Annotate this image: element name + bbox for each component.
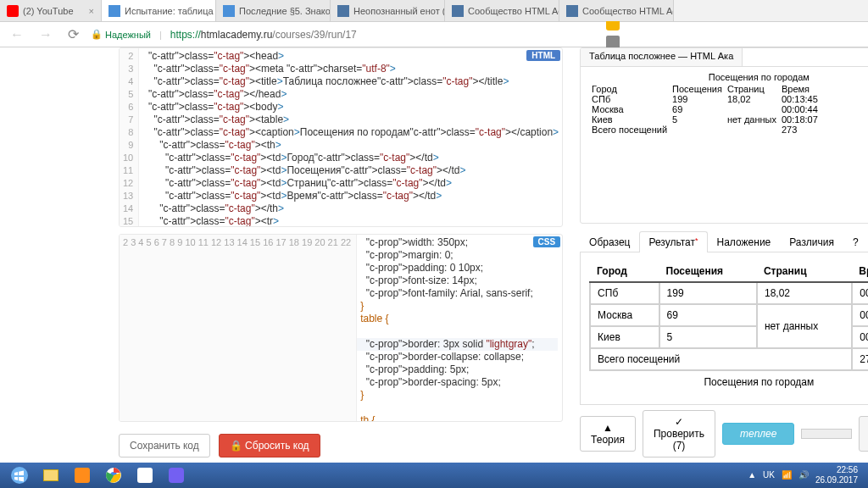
tab-overlay[interactable]: Наложение <box>708 231 781 252</box>
vk-icon <box>337 5 349 17</box>
css-badge: CSS <box>533 236 561 247</box>
next-button[interactable]: Следующее задание <box>859 416 868 452</box>
result-tabs: Образец Результат Наложение Различия ? <box>580 230 868 252</box>
browser-tab[interactable]: (2) YouTube× <box>0 0 102 21</box>
editor-actions: Сохранить код 🔒 Сбросить код <box>119 429 563 463</box>
browser-tab[interactable]: Неопознанный енот (id...× <box>331 0 445 21</box>
browser-tab[interactable]: Испытание: таблица по...× <box>102 0 216 21</box>
temperature-button[interactable]: теплее <box>722 423 794 445</box>
tab-result[interactable]: Результат <box>639 231 707 252</box>
reset-button[interactable]: 🔒 Сбросить код <box>219 434 320 458</box>
browser-tab[interactable]: Последние §5. Знаком...× <box>216 0 331 21</box>
page-icon <box>108 5 120 17</box>
html-badge: HTML <box>526 50 560 61</box>
theory-button[interactable]: ▲ Теория <box>580 416 636 452</box>
save-button[interactable]: Сохранить код <box>119 434 210 458</box>
url-field[interactable]: https://htmlacademy.ru/courses/39/run/17 <box>170 29 357 41</box>
address-bar: ← → ⟳ 🔒 Надежный | https://htmlacademy.r… <box>0 22 868 47</box>
result-caption: Посещения по городам <box>589 371 868 393</box>
code-area[interactable]: "c-prop">width: 350px; "c-prop">margin: … <box>357 235 558 422</box>
reload-button[interactable]: ⟳ <box>64 26 82 42</box>
browser-tab[interactable]: Сообщество HTML Aca...× <box>559 0 674 21</box>
vk-icon <box>566 5 578 17</box>
preview-tab-title[interactable]: Таблица посложнее — HTML Ака <box>581 48 743 66</box>
line-gutter: 2 3 4 5 6 7 8 9 10 11 12 13 14 15 16 17 … <box>120 48 139 227</box>
result-pane: ГородПосещенияСтраницВремяСПб19918,0200:… <box>580 252 868 405</box>
preview-table: ГородПосещенияСтраницВремяСПб19918,0200:… <box>589 84 821 135</box>
close-icon[interactable]: × <box>86 6 94 16</box>
footer-actions: ▲ Теория ✓ Проверить (7) теплее Следующе… <box>580 405 868 463</box>
preview-tabbar: Таблица посложнее — HTML Ака <box>581 48 868 67</box>
preview-pane: Таблица посложнее — HTML Ака Посещения п… <box>580 47 868 224</box>
back-button[interactable]: ← <box>7 27 27 42</box>
code-area[interactable]: "c-attr">class="c-tag"><head> "c-attr">c… <box>139 48 562 227</box>
progress-bar <box>801 429 852 439</box>
preview-title: Посещения по городам <box>589 72 868 82</box>
browser-tab[interactable]: Сообщество HTML Aca...× <box>445 0 559 21</box>
preview-content: Посещения по городам ГородПосещенияСтран… <box>581 67 868 140</box>
secure-indicator[interactable]: 🔒 Надежный <box>91 29 151 40</box>
css-editor[interactable]: CSS 2 3 4 5 6 7 8 9 10 11 12 13 14 15 16… <box>119 234 563 422</box>
html-editor[interactable]: HTML 2 3 4 5 6 7 8 9 10 11 12 13 14 15 1… <box>119 47 563 227</box>
youtube-icon <box>7 5 19 17</box>
result-table: ГородПосещенияСтраницВремяСПб19918,0200:… <box>589 261 868 371</box>
check-button[interactable]: ✓ Проверить (7) <box>643 410 715 458</box>
page-icon <box>223 5 235 17</box>
tab-sample[interactable]: Образец <box>580 231 639 252</box>
vk-icon <box>452 5 464 17</box>
tab-help[interactable]: ? <box>843 231 868 252</box>
forward-button[interactable]: → <box>36 27 56 42</box>
tab-diff[interactable]: Различия <box>780 231 843 252</box>
line-gutter: 2 3 4 5 6 7 8 9 10 11 12 13 14 15 16 17 … <box>120 235 357 422</box>
